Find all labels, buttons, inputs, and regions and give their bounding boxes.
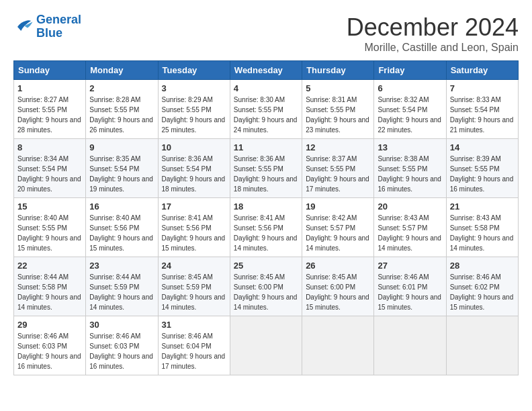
weekday-header-monday: Monday [86,61,158,80]
calendar-cell-day-17: 17Sunrise: 8:41 AMSunset: 5:56 PMDayligh… [158,198,230,257]
calendar-cell-day-13: 13Sunrise: 8:38 AMSunset: 5:55 PMDayligh… [374,139,446,198]
calendar-week-1: 1Sunrise: 8:27 AMSunset: 5:55 PMDaylight… [14,80,519,139]
calendar-cell-day-20: 20Sunrise: 8:43 AMSunset: 5:57 PMDayligh… [374,198,446,257]
calendar-cell-day-4: 4Sunrise: 8:30 AMSunset: 5:55 PMDaylight… [230,80,302,139]
calendar-cell-day-3: 3Sunrise: 8:29 AMSunset: 5:55 PMDaylight… [158,80,230,139]
calendar-cell-day-27: 27Sunrise: 8:46 AMSunset: 6:01 PMDayligh… [374,257,446,316]
calendar-cell-day-18: 18Sunrise: 8:41 AMSunset: 5:56 PMDayligh… [230,198,302,257]
calendar-cell-day-24: 24Sunrise: 8:45 AMSunset: 5:59 PMDayligh… [158,257,230,316]
calendar-cell-day-26: 26Sunrise: 8:45 AMSunset: 6:00 PMDayligh… [302,257,374,316]
calendar-cell-day-31: 31Sunrise: 8:46 AMSunset: 6:04 PMDayligh… [158,316,230,375]
calendar-cell-day-9: 9Sunrise: 8:35 AMSunset: 5:54 PMDaylight… [86,139,158,198]
calendar-cell-day-5: 5Sunrise: 8:31 AMSunset: 5:55 PMDaylight… [302,80,374,139]
title-section: December 2024 Morille, Castille and Leon… [347,13,519,54]
calendar-week-3: 15Sunrise: 8:40 AMSunset: 5:55 PMDayligh… [14,198,519,257]
calendar-cell-day-23: 23Sunrise: 8:44 AMSunset: 5:59 PMDayligh… [86,257,158,316]
calendar-cell-day-25: 25Sunrise: 8:45 AMSunset: 6:00 PMDayligh… [230,257,302,316]
calendar-cell-empty [446,316,518,375]
calendar-cell-day-1: 1Sunrise: 8:27 AMSunset: 5:55 PMDaylight… [14,80,86,139]
weekday-header-thursday: Thursday [302,61,374,80]
calendar-week-5: 29Sunrise: 8:46 AMSunset: 6:03 PMDayligh… [14,316,519,375]
logo: General Blue [13,13,81,40]
weekday-header-row: SundayMondayTuesdayWednesdayThursdayFrid… [14,61,519,80]
calendar-cell-day-14: 14Sunrise: 8:39 AMSunset: 5:55 PMDayligh… [446,139,518,198]
calendar-cell-day-29: 29Sunrise: 8:46 AMSunset: 6:03 PMDayligh… [14,316,86,375]
page-header: General Blue December 2024 Morille, Cast… [13,13,519,54]
calendar-cell-day-21: 21Sunrise: 8:43 AMSunset: 5:58 PMDayligh… [446,198,518,257]
logo-text: General Blue [36,13,81,40]
calendar-cell-day-30: 30Sunrise: 8:46 AMSunset: 6:03 PMDayligh… [86,316,158,375]
calendar-cell-empty [302,316,374,375]
calendar-cell-day-19: 19Sunrise: 8:42 AMSunset: 5:57 PMDayligh… [302,198,374,257]
calendar-cell-day-16: 16Sunrise: 8:40 AMSunset: 5:56 PMDayligh… [86,198,158,257]
calendar-cell-day-12: 12Sunrise: 8:37 AMSunset: 5:55 PMDayligh… [302,139,374,198]
weekday-header-tuesday: Tuesday [158,61,230,80]
calendar-cell-empty [230,316,302,375]
calendar-week-4: 22Sunrise: 8:44 AMSunset: 5:58 PMDayligh… [14,257,519,316]
weekday-header-saturday: Saturday [446,61,518,80]
month-title: December 2024 [347,13,519,42]
weekday-header-sunday: Sunday [14,61,86,80]
logo-icon [13,17,34,37]
calendar-cell-day-10: 10Sunrise: 8:36 AMSunset: 5:54 PMDayligh… [158,139,230,198]
weekday-header-wednesday: Wednesday [230,61,302,80]
calendar-cell-day-6: 6Sunrise: 8:32 AMSunset: 5:54 PMDaylight… [374,80,446,139]
calendar-cell-day-22: 22Sunrise: 8:44 AMSunset: 5:58 PMDayligh… [14,257,86,316]
calendar-cell-day-8: 8Sunrise: 8:34 AMSunset: 5:54 PMDaylight… [14,139,86,198]
calendar-cell-day-7: 7Sunrise: 8:33 AMSunset: 5:54 PMDaylight… [446,80,518,139]
calendar-cell-empty [374,316,446,375]
weekday-header-friday: Friday [374,61,446,80]
calendar-cell-day-2: 2Sunrise: 8:28 AMSunset: 5:55 PMDaylight… [86,80,158,139]
calendar-cell-day-15: 15Sunrise: 8:40 AMSunset: 5:55 PMDayligh… [14,198,86,257]
location-title: Morille, Castille and Leon, Spain [347,42,519,54]
calendar-cell-day-11: 11Sunrise: 8:36 AMSunset: 5:55 PMDayligh… [230,139,302,198]
calendar-cell-day-28: 28Sunrise: 8:46 AMSunset: 6:02 PMDayligh… [446,257,518,316]
calendar-week-2: 8Sunrise: 8:34 AMSunset: 5:54 PMDaylight… [14,139,519,198]
calendar-table: SundayMondayTuesdayWednesdayThursdayFrid… [13,60,519,375]
